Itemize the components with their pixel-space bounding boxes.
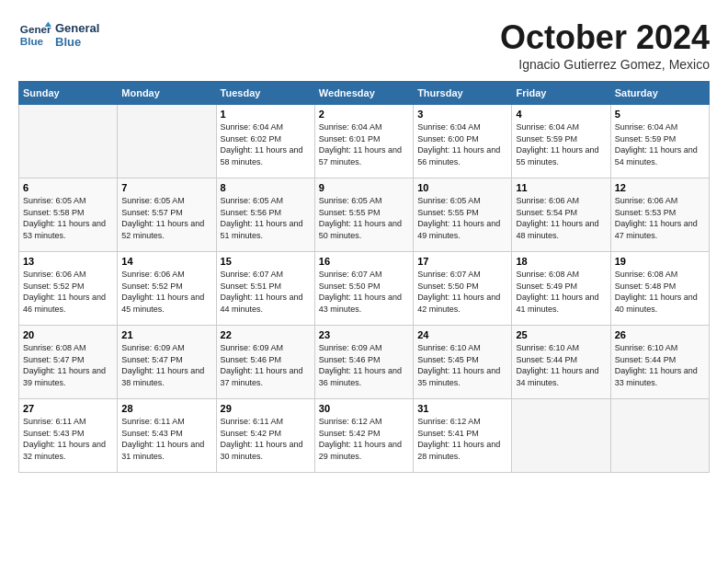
day-number: 31 bbox=[417, 403, 507, 414]
calendar-cell: 30Sunrise: 6:12 AMSunset: 5:42 PMDayligh… bbox=[314, 399, 413, 473]
weekday-header-thursday: Thursday bbox=[414, 82, 512, 105]
day-number: 23 bbox=[319, 329, 409, 340]
day-number: 27 bbox=[23, 403, 113, 414]
day-number: 29 bbox=[221, 403, 311, 414]
calendar-cell: 28Sunrise: 6:11 AMSunset: 5:43 PMDayligh… bbox=[118, 399, 216, 473]
calendar-cell: 7Sunrise: 6:05 AMSunset: 5:57 PMDaylight… bbox=[118, 178, 216, 252]
calendar-table: SundayMondayTuesdayWednesdayThursdayFrid… bbox=[18, 81, 710, 473]
weekday-header-sunday: Sunday bbox=[19, 82, 118, 105]
calendar-cell: 21Sunrise: 6:09 AMSunset: 5:47 PMDayligh… bbox=[118, 326, 216, 399]
day-number: 13 bbox=[23, 256, 113, 267]
day-info: Sunrise: 6:11 AMSunset: 5:43 PMDaylight:… bbox=[23, 416, 113, 462]
calendar-cell: 18Sunrise: 6:08 AMSunset: 5:49 PMDayligh… bbox=[512, 252, 610, 326]
day-number: 17 bbox=[417, 256, 507, 267]
day-number: 22 bbox=[221, 329, 311, 340]
weekday-header-friday: Friday bbox=[512, 82, 610, 105]
day-number: 26 bbox=[615, 329, 705, 340]
calendar-cell: 6Sunrise: 6:05 AMSunset: 5:58 PMDaylight… bbox=[19, 178, 118, 252]
day-number: 3 bbox=[417, 109, 507, 120]
header: General Blue General Blue October 2024 I… bbox=[18, 18, 710, 72]
calendar-cell: 29Sunrise: 6:11 AMSunset: 5:42 PMDayligh… bbox=[216, 399, 314, 473]
weekday-header-tuesday: Tuesday bbox=[216, 82, 314, 105]
calendar-cell: 22Sunrise: 6:09 AMSunset: 5:46 PMDayligh… bbox=[216, 326, 314, 399]
day-number: 18 bbox=[516, 256, 606, 267]
calendar-cell: 23Sunrise: 6:09 AMSunset: 5:46 PMDayligh… bbox=[314, 326, 413, 399]
day-number: 16 bbox=[319, 256, 409, 267]
day-info: Sunrise: 6:04 AMSunset: 6:02 PMDaylight:… bbox=[221, 121, 311, 167]
title-area: October 2024 Ignacio Gutierrez Gomez, Me… bbox=[500, 18, 710, 72]
weekday-header-wednesday: Wednesday bbox=[314, 82, 413, 105]
calendar-cell: 20Sunrise: 6:08 AMSunset: 5:47 PMDayligh… bbox=[19, 326, 118, 399]
calendar-body: 1Sunrise: 6:04 AMSunset: 6:02 PMDaylight… bbox=[19, 105, 710, 473]
calendar-cell: 19Sunrise: 6:08 AMSunset: 5:48 PMDayligh… bbox=[610, 252, 709, 326]
logo-general: General bbox=[55, 21, 99, 35]
day-number: 15 bbox=[221, 256, 311, 267]
day-info: Sunrise: 6:11 AMSunset: 5:43 PMDaylight:… bbox=[121, 416, 211, 462]
calendar-cell: 1Sunrise: 6:04 AMSunset: 6:02 PMDaylight… bbox=[216, 105, 314, 178]
day-number: 30 bbox=[319, 403, 409, 414]
day-number: 12 bbox=[615, 182, 705, 193]
calendar-cell: 26Sunrise: 6:10 AMSunset: 5:44 PMDayligh… bbox=[610, 326, 709, 399]
calendar-cell bbox=[19, 105, 118, 178]
day-number: 24 bbox=[417, 329, 507, 340]
calendar-cell: 13Sunrise: 6:06 AMSunset: 5:52 PMDayligh… bbox=[19, 252, 118, 326]
day-info: Sunrise: 6:05 AMSunset: 5:55 PMDaylight:… bbox=[319, 195, 409, 241]
day-number: 9 bbox=[319, 182, 409, 193]
calendar-cell: 24Sunrise: 6:10 AMSunset: 5:45 PMDayligh… bbox=[414, 326, 512, 399]
calendar-cell bbox=[512, 399, 610, 473]
calendar-cell: 12Sunrise: 6:06 AMSunset: 5:53 PMDayligh… bbox=[610, 178, 709, 252]
day-info: Sunrise: 6:10 AMSunset: 5:45 PMDaylight:… bbox=[417, 342, 507, 388]
week-row-3: 13Sunrise: 6:06 AMSunset: 5:52 PMDayligh… bbox=[19, 252, 710, 326]
calendar-cell: 10Sunrise: 6:05 AMSunset: 5:55 PMDayligh… bbox=[414, 178, 512, 252]
calendar-cell: 15Sunrise: 6:07 AMSunset: 5:51 PMDayligh… bbox=[216, 252, 314, 326]
day-info: Sunrise: 6:08 AMSunset: 5:48 PMDaylight:… bbox=[615, 269, 705, 315]
day-info: Sunrise: 6:06 AMSunset: 5:52 PMDaylight:… bbox=[121, 269, 211, 315]
day-info: Sunrise: 6:08 AMSunset: 5:47 PMDaylight:… bbox=[23, 342, 113, 388]
calendar-cell: 4Sunrise: 6:04 AMSunset: 5:59 PMDaylight… bbox=[512, 105, 610, 178]
day-info: Sunrise: 6:09 AMSunset: 5:46 PMDaylight:… bbox=[221, 342, 311, 388]
day-info: Sunrise: 6:08 AMSunset: 5:49 PMDaylight:… bbox=[516, 269, 606, 315]
day-info: Sunrise: 6:04 AMSunset: 5:59 PMDaylight:… bbox=[516, 121, 606, 167]
calendar-cell: 17Sunrise: 6:07 AMSunset: 5:50 PMDayligh… bbox=[414, 252, 512, 326]
month-title: October 2024 bbox=[500, 18, 710, 57]
day-info: Sunrise: 6:06 AMSunset: 5:53 PMDaylight:… bbox=[615, 195, 705, 241]
day-info: Sunrise: 6:05 AMSunset: 5:55 PMDaylight:… bbox=[417, 195, 507, 241]
calendar-cell: 3Sunrise: 6:04 AMSunset: 6:00 PMDaylight… bbox=[414, 105, 512, 178]
day-info: Sunrise: 6:11 AMSunset: 5:42 PMDaylight:… bbox=[221, 416, 311, 462]
calendar-cell: 25Sunrise: 6:10 AMSunset: 5:44 PMDayligh… bbox=[512, 326, 610, 399]
day-number: 28 bbox=[121, 403, 211, 414]
day-number: 2 bbox=[319, 109, 409, 120]
day-number: 20 bbox=[23, 329, 113, 340]
svg-text:Blue: Blue bbox=[20, 35, 44, 47]
day-info: Sunrise: 6:07 AMSunset: 5:50 PMDaylight:… bbox=[319, 269, 409, 315]
calendar-cell: 9Sunrise: 6:05 AMSunset: 5:55 PMDaylight… bbox=[314, 178, 413, 252]
day-number: 1 bbox=[221, 109, 311, 120]
weekday-header-saturday: Saturday bbox=[610, 82, 709, 105]
day-info: Sunrise: 6:05 AMSunset: 5:57 PMDaylight:… bbox=[121, 195, 211, 241]
calendar-cell: 5Sunrise: 6:04 AMSunset: 5:59 PMDaylight… bbox=[610, 105, 709, 178]
calendar-cell: 27Sunrise: 6:11 AMSunset: 5:43 PMDayligh… bbox=[19, 399, 118, 473]
weekday-header-monday: Monday bbox=[118, 82, 216, 105]
logo: General Blue General Blue bbox=[18, 18, 99, 52]
week-row-4: 20Sunrise: 6:08 AMSunset: 5:47 PMDayligh… bbox=[19, 326, 710, 399]
day-number: 19 bbox=[615, 256, 705, 267]
day-number: 10 bbox=[417, 182, 507, 193]
day-info: Sunrise: 6:12 AMSunset: 5:42 PMDaylight:… bbox=[319, 416, 409, 462]
day-number: 8 bbox=[221, 182, 311, 193]
day-info: Sunrise: 6:06 AMSunset: 5:54 PMDaylight:… bbox=[516, 195, 606, 241]
weekday-header-row: SundayMondayTuesdayWednesdayThursdayFrid… bbox=[19, 82, 710, 105]
day-info: Sunrise: 6:09 AMSunset: 5:47 PMDaylight:… bbox=[121, 342, 211, 388]
day-info: Sunrise: 6:04 AMSunset: 6:00 PMDaylight:… bbox=[417, 121, 507, 167]
day-info: Sunrise: 6:09 AMSunset: 5:46 PMDaylight:… bbox=[319, 342, 409, 388]
calendar-header: SundayMondayTuesdayWednesdayThursdayFrid… bbox=[19, 82, 710, 105]
day-info: Sunrise: 6:12 AMSunset: 5:41 PMDaylight:… bbox=[417, 416, 507, 462]
week-row-2: 6Sunrise: 6:05 AMSunset: 5:58 PMDaylight… bbox=[19, 178, 710, 252]
logo-icon: General Blue bbox=[18, 18, 51, 52]
day-info: Sunrise: 6:07 AMSunset: 5:51 PMDaylight:… bbox=[221, 269, 311, 315]
day-number: 5 bbox=[615, 109, 705, 120]
day-number: 4 bbox=[516, 109, 606, 120]
day-info: Sunrise: 6:05 AMSunset: 5:56 PMDaylight:… bbox=[221, 195, 311, 241]
location-subtitle: Ignacio Gutierrez Gomez, Mexico bbox=[500, 57, 710, 72]
calendar-cell bbox=[118, 105, 216, 178]
day-info: Sunrise: 6:06 AMSunset: 5:52 PMDaylight:… bbox=[23, 269, 113, 315]
